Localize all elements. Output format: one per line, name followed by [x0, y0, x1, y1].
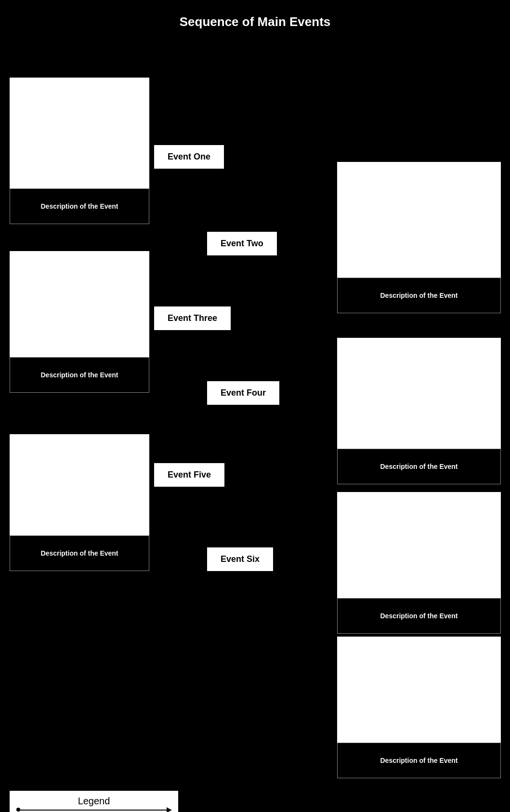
event-right-3-desc: Description of the Event: [337, 598, 501, 634]
event-three-label: Event Three: [154, 306, 231, 330]
event-right-4: Description of the Event: [337, 637, 501, 778]
event-right-4-image: [337, 637, 501, 743]
event-left-1: Description of the Event: [10, 78, 149, 224]
event-left-2: Description of the Event: [10, 251, 149, 393]
event-one-label: Event One: [154, 145, 224, 169]
event-left-3: Description of the Event: [10, 434, 149, 571]
event-right-3-image: [337, 492, 501, 598]
event-right-3: Description of the Event: [337, 492, 501, 634]
event-four-label: Event Four: [207, 381, 279, 405]
event-right-1-desc: Description of the Event: [337, 278, 501, 313]
event-six-label: Event Six: [207, 547, 273, 571]
event-five-label: Event Five: [154, 463, 224, 487]
event-left-1-image: [10, 78, 149, 188]
event-right-2-desc: Description of the Event: [337, 449, 501, 484]
event-left-3-desc: Description of the Event: [10, 535, 149, 571]
page-title: Sequence of Main Events: [0, 0, 510, 39]
event-right-1-image: [337, 162, 501, 278]
legend: Legend 1 Years and 362 Days // Time Brea…: [10, 791, 178, 812]
event-left-2-image: [10, 251, 149, 357]
event-two-label: Event Two: [207, 232, 277, 255]
legend-timeline: [16, 810, 171, 811]
event-right-4-desc: Description of the Event: [337, 743, 501, 778]
event-left-2-desc: Description of the Event: [10, 357, 149, 393]
event-right-2: Description of the Event: [337, 338, 501, 484]
legend-title: Legend: [16, 796, 171, 807]
event-left-1-desc: Description of the Event: [10, 188, 149, 224]
event-left-3-image: [10, 434, 149, 535]
event-right-1: Description of the Event: [337, 162, 501, 313]
timeline-container: Description of the Event Description of …: [0, 39, 510, 791]
event-right-2-image: [337, 338, 501, 449]
legend-line: [16, 810, 171, 811]
